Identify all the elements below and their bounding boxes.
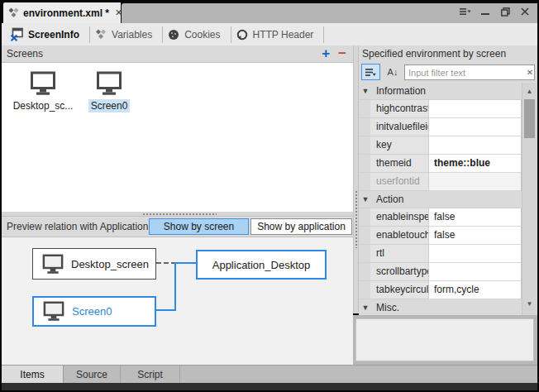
diamonds-icon bbox=[8, 7, 19, 18]
category-row-misc[interactable]: ▼ Misc. bbox=[359, 299, 522, 315]
collapse-arrow-icon[interactable]: ▼ bbox=[359, 87, 370, 95]
minimize-icon[interactable] bbox=[479, 6, 491, 17]
screens-list[interactable]: Desktop_sc... Screen0 bbox=[2, 63, 353, 212]
tab-screeninfo[interactable]: ScreenInfo bbox=[5, 26, 90, 43]
property-grid-scrollbar[interactable]: ▲ ▼ bbox=[522, 83, 537, 315]
row-gutter bbox=[359, 263, 370, 281]
screens-panel-header: Screens + − bbox=[2, 45, 353, 63]
category-label: Information bbox=[370, 85, 426, 97]
collapse-arrow-icon[interactable]: ▼ bbox=[359, 304, 370, 312]
scroll-up-icon[interactable]: ▲ bbox=[522, 86, 537, 98]
show-by-application-button[interactable]: Show by application bbox=[250, 218, 352, 235]
window-menu-icon[interactable] bbox=[460, 6, 471, 17]
property-row-themeid[interactable]: themeid theme::blue bbox=[359, 155, 522, 173]
property-row-userfontid[interactable]: userfontid bbox=[359, 173, 522, 191]
relation-link-active bbox=[176, 262, 196, 264]
property-name: enableinspec bbox=[370, 208, 429, 227]
property-value[interactable]: theme::blue bbox=[429, 155, 522, 173]
tab-http-header[interactable]: HTTP Header bbox=[231, 26, 325, 43]
property-name: initvaluefileid bbox=[370, 118, 429, 136]
clear-filter-icon[interactable]: ✕ bbox=[526, 68, 534, 77]
property-row-key[interactable]: key bbox=[359, 136, 522, 155]
show-by-screen-button[interactable]: Show by screen bbox=[149, 218, 249, 235]
row-gutter bbox=[359, 281, 370, 299]
property-value[interactable]: form,cycle bbox=[429, 281, 522, 299]
node-desktop-screen[interactable]: Desktop_screen bbox=[32, 248, 156, 280]
node-label: Desktop_screen bbox=[71, 258, 149, 270]
bottom-tab-strip: Items Source Script bbox=[2, 365, 537, 383]
property-row-rtl[interactable]: rtl bbox=[359, 245, 522, 263]
collapse-arrow-icon[interactable]: ▼ bbox=[359, 195, 370, 203]
categorized-view-button[interactable] bbox=[361, 64, 380, 80]
row-gutter bbox=[359, 155, 370, 173]
category-label: Action bbox=[370, 194, 403, 205]
cookie-icon bbox=[168, 29, 179, 41]
tab-source[interactable]: Source bbox=[64, 366, 121, 384]
tab-variables[interactable]: Variables bbox=[90, 26, 163, 43]
categorized-icon bbox=[365, 67, 376, 78]
node-application-desktop[interactable]: Application_Desktop bbox=[196, 250, 327, 280]
add-screen-button[interactable]: + bbox=[322, 48, 330, 60]
http-header-icon bbox=[236, 29, 248, 41]
relation-diagram: Desktop_screen Screen0 Application_Deskt… bbox=[2, 237, 353, 365]
property-name: rtl bbox=[370, 245, 429, 263]
tab-script[interactable]: Script bbox=[121, 366, 180, 384]
property-value[interactable] bbox=[429, 136, 522, 155]
node-label: Application_Desktop bbox=[212, 259, 311, 271]
property-row-initvaluefileid[interactable]: initvaluefileid bbox=[359, 118, 522, 136]
close-icon[interactable] bbox=[519, 6, 531, 17]
category-row-action[interactable]: ▼ Action bbox=[359, 191, 522, 208]
scroll-down-icon[interactable]: ▼ bbox=[522, 299, 537, 310]
property-description-box bbox=[355, 318, 534, 361]
row-gutter bbox=[359, 245, 370, 263]
remove-screen-button[interactable]: − bbox=[338, 48, 346, 60]
property-name: highcontrast bbox=[370, 100, 429, 118]
property-value[interactable] bbox=[429, 245, 522, 263]
screen-item-screen0[interactable]: Screen0 bbox=[78, 71, 141, 112]
row-gutter bbox=[359, 173, 370, 191]
property-value[interactable] bbox=[429, 100, 522, 118]
property-row-highcontrast[interactable]: highcontrast bbox=[359, 100, 522, 118]
tab-cookies[interactable]: Cookies bbox=[163, 26, 231, 43]
scrollbar-thumb[interactable] bbox=[524, 99, 535, 138]
document-tab-label: environment.xml * bbox=[23, 7, 109, 19]
variables-icon bbox=[95, 29, 107, 40]
row-gutter bbox=[359, 227, 370, 245]
property-description-area bbox=[353, 315, 537, 365]
node-label: Screen0 bbox=[72, 305, 112, 318]
property-value[interactable] bbox=[429, 118, 522, 136]
category-label: Misc. bbox=[370, 302, 399, 313]
screen-item-label: Desktop_sc... bbox=[11, 99, 76, 112]
property-value[interactable]: false bbox=[429, 208, 522, 227]
property-row-enableinspec[interactable]: enableinspec false bbox=[359, 208, 522, 227]
property-name: enabletouch bbox=[370, 227, 429, 245]
property-row-tabkeycircula[interactable]: tabkeycircula form,cycle bbox=[359, 281, 522, 299]
property-row-scrollbartype[interactable]: scrollbartype bbox=[359, 263, 522, 281]
screen-item-desktop[interactable]: Desktop_sc... bbox=[12, 71, 74, 112]
row-gutter bbox=[359, 208, 370, 227]
tab-variables-label: Variables bbox=[112, 29, 152, 41]
document-tab-close-icon[interactable]: ✕ bbox=[115, 7, 122, 18]
filter-input[interactable] bbox=[405, 66, 526, 79]
application-window: environment.xml * ✕ bbox=[0, 0, 539, 392]
alphabetical-sort-button[interactable]: A↓ bbox=[384, 64, 402, 80]
monitor-icon bbox=[42, 301, 65, 322]
tab-items[interactable]: Items bbox=[2, 366, 64, 384]
category-row-information[interactable]: ▼ Information bbox=[359, 83, 522, 100]
monitor-icon bbox=[95, 71, 123, 96]
restore-icon[interactable] bbox=[499, 6, 511, 17]
document-tab[interactable]: environment.xml * ✕ bbox=[3, 2, 121, 23]
property-row-enabletouch[interactable]: enabletouch false bbox=[359, 227, 522, 245]
property-name: scrollbartype bbox=[370, 263, 429, 281]
screeninfo-icon bbox=[10, 27, 23, 41]
row-gutter bbox=[359, 118, 370, 136]
property-value[interactable] bbox=[429, 263, 522, 281]
screen-item-label: Screen0 bbox=[88, 99, 131, 112]
property-name: key bbox=[370, 136, 429, 155]
property-name: themeid bbox=[370, 155, 429, 173]
property-value bbox=[429, 173, 522, 191]
property-name: userfontid bbox=[370, 173, 429, 191]
vertical-splitter[interactable] bbox=[353, 45, 359, 313]
property-value[interactable]: false bbox=[429, 227, 522, 245]
node-screen0[interactable]: Screen0 bbox=[32, 296, 156, 327]
